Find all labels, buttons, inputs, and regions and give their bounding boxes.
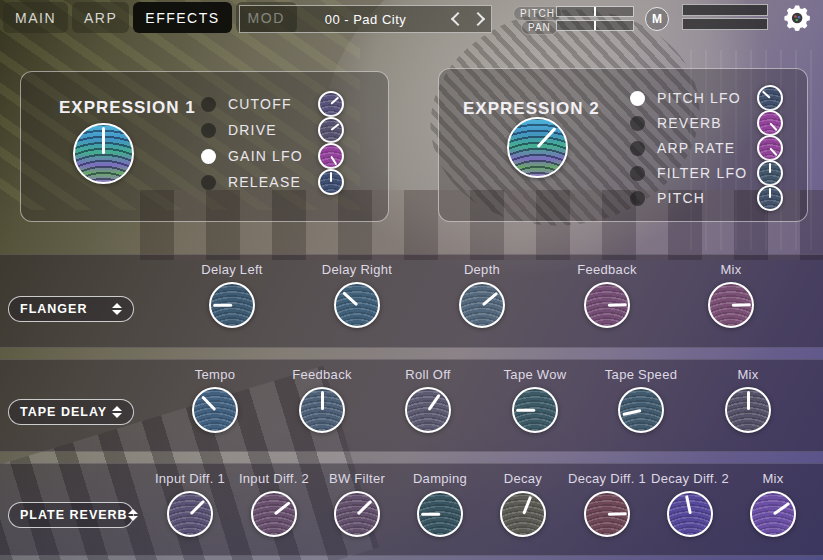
option-label: ARP RATE <box>657 140 757 156</box>
knob-label: Tape Wow <box>504 367 567 382</box>
pitch-slider[interactable] <box>556 6 634 17</box>
preset-selector[interactable]: 00 - Pad City <box>239 5 492 33</box>
reverb-bw-filter-knob[interactable] <box>334 491 380 537</box>
knob-label: Damping <box>413 471 467 486</box>
mute-button[interactable]: M <box>645 7 669 31</box>
reverb-amount-knob[interactable] <box>757 110 783 136</box>
tab-arp-label: ARP <box>84 10 117 26</box>
tab-arp[interactable]: ARP <box>72 2 129 33</box>
arp-rate-amount-knob[interactable] <box>757 135 783 161</box>
knob-pointer <box>481 291 498 306</box>
tab-main-label: MAIN <box>15 10 56 26</box>
filter-lfo-amount-knob[interactable] <box>757 160 783 186</box>
knob-pointer <box>330 172 332 182</box>
flanger-delay-left-knob[interactable] <box>209 282 255 328</box>
effect-2-type-dropdown[interactable]: TAPE DELAY <box>8 399 134 425</box>
knob-label: BW Filter <box>329 471 385 486</box>
flanger-feedback-knob[interactable] <box>584 282 630 328</box>
radio-button[interactable] <box>630 166 645 181</box>
radio-button[interactable] <box>201 123 216 138</box>
release-amount-knob[interactable] <box>318 169 344 195</box>
reverb-decay-knob[interactable] <box>500 491 546 537</box>
flanger-mix-knob[interactable] <box>708 282 754 328</box>
pan-slider[interactable] <box>556 20 634 31</box>
preset-name: 00 - Pad City <box>325 12 407 27</box>
expression-2-main-knob[interactable] <box>507 117 568 178</box>
pitch-amount-knob[interactable] <box>757 185 783 211</box>
tab-main[interactable]: MAIN <box>3 2 68 33</box>
knob-pointer <box>342 291 358 306</box>
expression-2-title: EXPRESSION 2 <box>463 99 600 119</box>
radio-button[interactable] <box>201 97 216 112</box>
tape-delay-feedback-knob[interactable] <box>299 387 345 433</box>
expression-1-option-drive: DRIVE <box>201 118 344 142</box>
radio-button[interactable] <box>630 116 645 131</box>
radio-button[interactable] <box>201 175 216 190</box>
tape-delay-mix-knob[interactable] <box>725 387 771 433</box>
tape-delay-tape-speed-knob-group: Tape Speed <box>586 367 696 433</box>
knob-pointer <box>769 188 771 198</box>
effect-2-type-label: TAPE DELAY <box>20 405 112 419</box>
pan-slider-handle[interactable] <box>594 21 596 30</box>
expression-1-option-gain-lfo: GAIN LFO <box>201 144 344 168</box>
option-label: DRIVE <box>228 122 318 138</box>
knob-label: Depth <box>464 262 500 277</box>
reverb-mix-knob[interactable] <box>750 491 796 537</box>
preset-prev-icon[interactable] <box>451 12 465 26</box>
gain-lfo-amount-knob[interactable] <box>318 143 344 169</box>
knob-label: Decay <box>504 471 542 486</box>
reverb-decay-diff-1-knob[interactable] <box>584 491 630 537</box>
knob-label: Delay Right <box>322 262 393 277</box>
pitch-slider-handle[interactable] <box>594 7 596 16</box>
tape-delay-roll-off-knob[interactable] <box>405 387 451 433</box>
effect-slot-2: TAPE DELAY Tempo Feedback Roll Off Tape … <box>0 359 823 452</box>
output-meter-right <box>682 18 768 30</box>
knob-pointer <box>769 147 777 156</box>
tape-delay-roll-off-knob-group: Roll Off <box>373 367 483 433</box>
radio-button[interactable] <box>630 91 645 106</box>
knob-pointer <box>731 303 750 307</box>
radio-button[interactable] <box>630 141 645 156</box>
radio-button[interactable] <box>630 191 645 206</box>
tape-delay-tape-wow-knob-group: Tape Wow <box>480 367 590 433</box>
settings-button[interactable] <box>783 3 813 33</box>
reverb-input-diff-2-knob[interactable] <box>251 491 297 537</box>
knob-pointer <box>607 512 626 516</box>
reverb-decay-diff-2-knob[interactable] <box>667 491 713 537</box>
knob-pointer <box>772 502 790 516</box>
tape-delay-tempo-knob[interactable] <box>192 387 238 433</box>
pitch-lfo-amount-knob[interactable] <box>757 85 783 111</box>
knob-pointer <box>607 303 626 307</box>
expression-1-main-knob[interactable] <box>73 123 134 184</box>
knob-pointer <box>769 122 777 131</box>
preset-next-icon[interactable] <box>471 12 485 26</box>
expression-2-panel: EXPRESSION 2 PITCH LFO REVERB ARP RATE F… <box>438 68 808 222</box>
knob-pointer <box>201 395 217 411</box>
knob-pointer <box>762 90 771 98</box>
flanger-delay-right-knob[interactable] <box>334 282 380 328</box>
reverb-damping-knob[interactable] <box>417 491 463 537</box>
reverb-input-diff-1-knob[interactable] <box>167 491 213 537</box>
tape-delay-tape-speed-knob[interactable] <box>618 387 664 433</box>
dropdown-arrows-icon <box>112 303 122 315</box>
cutoff-amount-knob[interactable] <box>318 91 344 117</box>
radio-button[interactable] <box>201 149 216 164</box>
knob-pointer <box>102 127 105 153</box>
flanger-feedback-knob-group: Feedback <box>552 262 662 328</box>
knob-pointer <box>622 409 641 416</box>
drive-amount-knob[interactable] <box>318 117 344 143</box>
expression-1-option-cutoff: CUTOFF <box>201 92 344 116</box>
effect-1-type-dropdown[interactable]: FLANGER <box>8 296 134 322</box>
effect-1-type-label: FLANGER <box>20 302 112 316</box>
tape-delay-tape-wow-knob[interactable] <box>512 387 558 433</box>
knob-pointer <box>769 163 771 173</box>
knob-label: Feedback <box>577 262 637 277</box>
knob-label: Delay Left <box>201 262 263 277</box>
knob-pointer <box>273 501 290 515</box>
knob-pointer <box>685 495 692 515</box>
effect-3-type-dropdown[interactable]: PLATE REVERB <box>8 502 134 528</box>
effect-slot-3: PLATE REVERB Input Diff. 1 Input Diff. 2… <box>0 463 823 556</box>
expression-1-panel: EXPRESSION 1 CUTOFF DRIVE GAIN LFO RELEA… <box>20 71 389 222</box>
tab-effects[interactable]: EFFECTS <box>133 2 231 33</box>
flanger-depth-knob[interactable] <box>459 282 505 328</box>
